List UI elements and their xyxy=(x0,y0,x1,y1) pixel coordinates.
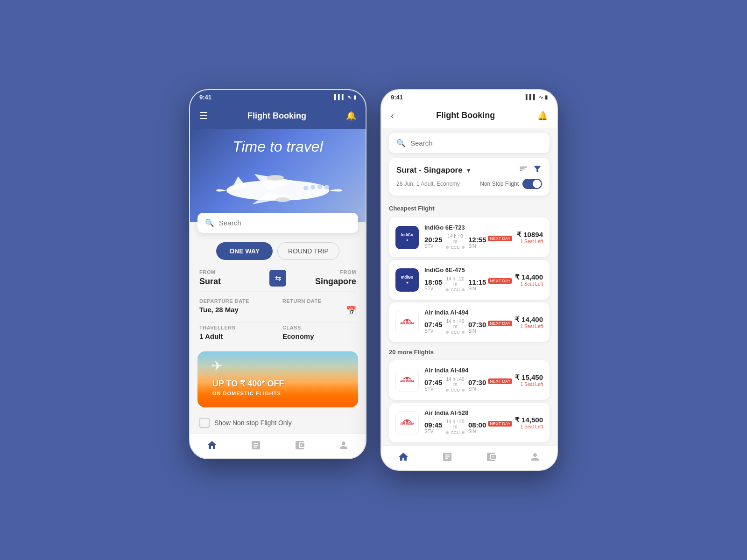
svg-text:IndiGo: IndiGo xyxy=(401,275,413,280)
nav-bookings-2[interactable] xyxy=(442,451,453,462)
battery-icon-2: ▮ xyxy=(545,94,548,100)
flight-card[interactable]: IndiGo ✈ IndiGo 6E-723 20:25 STV 14 h : … xyxy=(389,217,550,257)
route-title: Surat - Singapore ▼ xyxy=(396,166,472,175)
flight-card[interactable]: AIR INDIA Air India AI-528 09:45 STV 14 … xyxy=(389,403,550,442)
status-icons-1: ▍▍▍ ∿ ▮ xyxy=(334,94,356,100)
svg-text:AIR INDIA: AIR INDIA xyxy=(400,322,415,325)
route-section: FROM Surat ⇆ FROM Singapore xyxy=(190,265,366,291)
departure-value: Tue, 28 May xyxy=(199,306,273,314)
next-day-badge: NEXT DAY xyxy=(488,421,512,427)
back-button[interactable]: ‹ xyxy=(391,110,394,121)
flight-card[interactable]: IndiGo ✈ IndiGo 6E-475 18:05 STV 14 h : … xyxy=(389,260,550,300)
airline-logo: AIR INDIA xyxy=(395,311,419,334)
arrive-time: 08:00 NEXT DAY SIN xyxy=(468,421,513,434)
travellers-section: TRAVELLERS 1 Adult CLASS Economy xyxy=(190,323,366,347)
swap-button[interactable]: ⇆ xyxy=(269,270,286,287)
one-way-button[interactable]: ONE WAY xyxy=(216,242,273,260)
route-line: CCU xyxy=(446,430,465,435)
departure-field: DEPARTURE DATE Tue, 28 May xyxy=(199,298,273,316)
nav-wallet-1[interactable] xyxy=(294,440,305,451)
calendar-icon-2[interactable]: 📅 xyxy=(346,306,356,316)
flight-number: IndiGo 6E-475 xyxy=(424,266,509,273)
next-day-badge: NEXT DAY xyxy=(488,236,512,241)
travellers-field: TRAVELLERS 1 Adult xyxy=(199,325,273,340)
svg-text:IndiGo: IndiGo xyxy=(401,233,413,237)
nav-home-2[interactable] xyxy=(398,451,409,462)
svg-text:✈: ✈ xyxy=(406,238,409,242)
app-header-2: ‹ Flight Booking 🔔 xyxy=(381,105,557,128)
signal-icon: ▍▍▍ xyxy=(334,94,345,100)
wifi-icon-2: ∿ xyxy=(539,94,543,100)
seat-left: 1 Seat Left xyxy=(515,324,543,329)
menu-icon[interactable]: ☰ xyxy=(199,110,208,121)
price-section: ₹ 14,400 1 Seat Left xyxy=(515,273,543,287)
flight-info: Air India AI-494 07:45 STV 14 h : 40 m C… xyxy=(424,309,509,336)
nav-profile-1[interactable] xyxy=(338,440,349,451)
airplane-image xyxy=(199,160,356,216)
price-value: ₹ 14,400 xyxy=(515,273,543,281)
flight-info: Air India AI-494 07:45 STV 14 h : 40 m C… xyxy=(424,367,509,393)
flight-info: IndiGo 6E-723 20:25 STV 14 h : 0 m CCU xyxy=(424,224,511,251)
class-label: CLASS xyxy=(282,325,356,330)
search-bar-1[interactable]: 🔍 xyxy=(197,213,358,233)
svg-point-1 xyxy=(303,186,308,190)
svg-text:✈: ✈ xyxy=(406,281,409,284)
airline-logo: IndiGo ✈ xyxy=(395,226,419,249)
from-label: FROM xyxy=(199,269,265,275)
search-input-2[interactable] xyxy=(410,139,542,147)
promo-title: UP TO ₹ 400* OFF xyxy=(205,373,351,391)
departure-label: DEPARTURE DATE xyxy=(199,298,273,304)
price-section: ₹ 14,400 1 Seat Left xyxy=(515,315,543,329)
filter-icons xyxy=(519,164,542,176)
price-value: ₹ 15,450 xyxy=(515,373,543,382)
battery-icon: ▮ xyxy=(353,94,356,100)
dropdown-icon[interactable]: ▼ xyxy=(465,167,472,174)
non-stop-label: Show Non stop Flight Only xyxy=(214,419,292,427)
arrive-time: 12:55 NEXT DAY SIN xyxy=(468,236,513,249)
flight-card[interactable]: AIR INDIA Air India AI-494 07:45 STV 14 … xyxy=(389,302,550,342)
next-day-badge: NEXT DAY xyxy=(488,321,512,326)
route-line: CCU xyxy=(446,287,465,292)
flight-card[interactable]: AIR INDIA Air India AI-494 07:45 STV 14 … xyxy=(389,360,550,400)
seat-left: 1 Seat Left xyxy=(515,382,543,387)
airline-logo: IndiGo ✈ xyxy=(395,268,419,292)
depart-time: 18:05 STV xyxy=(424,278,442,291)
nav-home-1[interactable] xyxy=(206,440,218,451)
hero-section: Time to travel xyxy=(190,129,366,222)
duration-section: 14 h : 40 m CCU xyxy=(446,377,465,393)
depart-time: 20:25 STV xyxy=(424,236,442,249)
svg-text:AIR INDIA: AIR INDIA xyxy=(400,379,415,383)
price-section: ₹ 15,450 1 Seat Left xyxy=(515,373,543,387)
price-section: ₹ 14,500 1 Seat Left xyxy=(515,416,543,429)
travellers-label: TRAVELLERS xyxy=(199,325,273,330)
route-card-header: Surat - Singapore ▼ xyxy=(396,164,542,176)
nav-profile-2[interactable] xyxy=(529,451,541,462)
svg-point-6 xyxy=(275,197,289,202)
search-bar-2[interactable]: 🔍 xyxy=(389,133,550,153)
sort-icon[interactable] xyxy=(519,164,528,176)
round-trip-button[interactable]: ROUND TRIP xyxy=(277,242,339,260)
checkbox-box[interactable] xyxy=(199,418,210,428)
svg-text:AIR INDIA: AIR INDIA xyxy=(400,422,415,425)
search-input-1[interactable] xyxy=(219,219,351,227)
depart-time: 07:45 STV xyxy=(424,321,442,334)
flight-number: Air India AI-528 xyxy=(424,409,509,416)
status-bar-2: 9:41 ▍▍▍ ∿ ▮ xyxy=(381,90,557,105)
next-day-badge: NEXT DAY xyxy=(488,378,512,384)
svg-point-4 xyxy=(324,185,329,189)
duration-section: 14 h : 40 m CCU xyxy=(446,419,465,436)
bell-icon-2[interactable]: 🔔 xyxy=(537,111,548,121)
class-field: CLASS Economy xyxy=(282,325,356,340)
airline-logo: AIR INDIA xyxy=(395,411,419,434)
svg-point-2 xyxy=(310,185,315,189)
airline-logo: AIR INDIA xyxy=(395,369,419,392)
svg-point-18 xyxy=(406,420,409,422)
bell-icon-1[interactable]: 🔔 xyxy=(346,111,356,121)
filter-icon[interactable] xyxy=(533,164,542,176)
toggle-switch[interactable] xyxy=(522,179,542,189)
screens-container: 9:41 ▍▍▍ ∿ ▮ ☰ Flight Booking 🔔 Time to … xyxy=(189,89,558,471)
non-stop-checkbox[interactable]: Show Non stop Flight Only xyxy=(190,412,366,434)
nav-bookings-1[interactable] xyxy=(250,440,261,451)
promo-banner[interactable]: ✈ UP TO ₹ 400* OFF ON DOMESTIC FLIGHTS xyxy=(197,351,358,407)
nav-wallet-2[interactable] xyxy=(486,451,497,462)
